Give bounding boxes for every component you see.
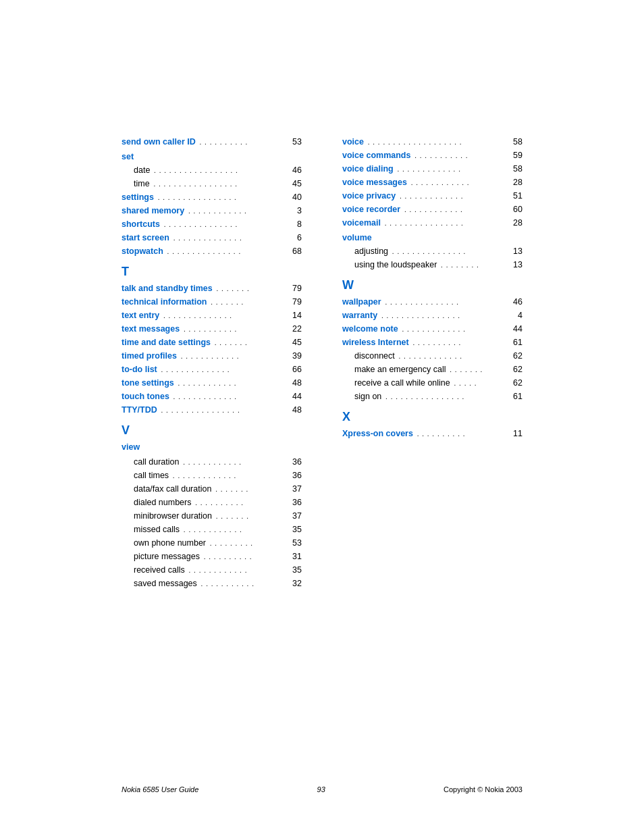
entry-label: missed calls: [122, 523, 180, 536]
list-item: voice recorder . . . . . . . . . . . . 6…: [342, 203, 522, 216]
list-item: Xpress-on covers . . . . . . . . . . 11: [342, 427, 522, 440]
section-header-T: T: [122, 265, 302, 279]
entry-label: call times: [122, 469, 169, 482]
list-item: time . . . . . . . . . . . . . . . . . 4…: [122, 177, 302, 190]
entry-label: sign on: [342, 390, 381, 403]
entry-label: warranty: [342, 309, 377, 322]
section-header-W: W: [342, 278, 522, 292]
list-item: receive a call while online . . . . . 62: [342, 376, 522, 390]
entry-label: volume: [342, 231, 372, 244]
list-item: time and date settings . . . . . . . 45: [122, 336, 302, 349]
list-item: text entry . . . . . . . . . . . . . . 1…: [122, 309, 302, 322]
entry-label: saved messages: [122, 577, 197, 590]
list-item: timed profiles . . . . . . . . . . . . 3…: [122, 349, 302, 363]
list-item: touch tones . . . . . . . . . . . . . 44: [122, 390, 302, 403]
list-item: missed calls . . . . . . . . . . . . 35: [122, 523, 302, 536]
entry-label: data/fax call duration: [122, 482, 211, 496]
list-item: voice . . . . . . . . . . . . . . . . . …: [342, 135, 522, 149]
footer-center: 93: [317, 785, 325, 793]
list-item: voice commands . . . . . . . . . . . 59: [342, 149, 522, 162]
list-item: tone settings . . . . . . . . . . . . 48: [122, 376, 302, 390]
list-item: picture messages . . . . . . . . . . 31: [122, 550, 302, 563]
entry-label: time: [122, 177, 150, 190]
footer-left: Nokia 6585 User Guide: [122, 785, 198, 793]
list-item: text messages . . . . . . . . . . . 22: [122, 322, 302, 336]
entry-label: own phone number: [122, 536, 206, 550]
entry-label: voice privacy: [342, 189, 396, 203]
section-header-V: V: [122, 423, 302, 438]
entry-label: text messages: [122, 322, 180, 336]
entry-label: TTY/TDD: [122, 403, 157, 417]
entry-label: voice recorder: [342, 203, 400, 216]
list-item: welcome note . . . . . . . . . . . . . 4…: [342, 322, 522, 336]
entry-label: using the loudspeaker: [342, 258, 437, 271]
entry-label: time and date settings: [122, 336, 211, 349]
entry-label: set: [122, 150, 134, 163]
list-item: received calls . . . . . . . . . . . . 3…: [122, 563, 302, 577]
entry-label: view: [122, 440, 140, 454]
list-item: voice privacy . . . . . . . . . . . . . …: [342, 189, 522, 203]
list-item: to-do list . . . . . . . . . . . . . . 6…: [122, 363, 302, 376]
list-item: own phone number . . . . . . . . . 53: [122, 536, 302, 550]
entry-label: to-do list: [122, 363, 157, 376]
footer-right: Copyright © Nokia 2003: [444, 785, 522, 793]
list-item: view: [122, 440, 302, 454]
entry-label: receive a call while online: [342, 376, 450, 390]
entry-label: adjusting: [342, 244, 388, 258]
entry-label: date: [122, 163, 150, 177]
list-item: voice messages . . . . . . . . . . . . 2…: [342, 176, 522, 189]
list-item: date . . . . . . . . . . . . . . . . . 4…: [122, 163, 302, 177]
index-columns: send own caller ID . . . . . . . . . . 5…: [122, 135, 522, 590]
list-item: dialed numbers . . . . . . . . . . 36: [122, 496, 302, 509]
entry-label: dialed numbers: [122, 496, 191, 509]
entry-label: received calls: [122, 563, 185, 577]
entry-label: voice messages: [342, 176, 407, 189]
entry-label: voice: [342, 135, 364, 149]
entry-label: picture messages: [122, 550, 200, 563]
list-item: settings . . . . . . . . . . . . . . . .…: [122, 190, 302, 204]
entry-label: voicemail: [342, 216, 381, 230]
footer: Nokia 6585 User Guide 93 Copyright © Nok…: [122, 785, 522, 793]
entry-label: call duration: [122, 455, 179, 469]
entry-label: voice commands: [342, 149, 410, 162]
entry-label: text entry: [122, 309, 159, 322]
list-item: set: [122, 150, 302, 163]
entry-label: voice dialing: [342, 162, 394, 176]
entry-label: talk and standby times: [122, 282, 213, 295]
list-item: sign on . . . . . . . . . . . . . . . . …: [342, 390, 522, 403]
list-item: send own caller ID . . . . . . . . . . 5…: [122, 135, 302, 149]
list-item: make an emergency call . . . . . . . 62: [342, 363, 522, 376]
left-column: send own caller ID . . . . . . . . . . 5…: [122, 135, 302, 590]
list-item: call duration . . . . . . . . . . . . 36: [122, 455, 302, 469]
list-item: technical information . . . . . . . 79: [122, 295, 302, 309]
entry-label: timed profiles: [122, 349, 177, 363]
list-item: call times . . . . . . . . . . . . . 36: [122, 469, 302, 482]
entry-label: tone settings: [122, 376, 174, 390]
right-column: voice . . . . . . . . . . . . . . . . . …: [342, 135, 522, 590]
entry-label: minibrowser duration: [122, 509, 212, 523]
entry-label: stopwatch: [122, 244, 163, 258]
entry-label: send own caller ID: [122, 135, 196, 149]
list-item: voice dialing . . . . . . . . . . . . . …: [342, 162, 522, 176]
list-item: wireless Internet . . . . . . . . . . 61: [342, 336, 522, 349]
entry-label: wireless Internet: [342, 336, 409, 349]
entry-label: touch tones: [122, 390, 169, 403]
entry-label: shared memory: [122, 204, 184, 217]
list-item: minibrowser duration . . . . . . . 37: [122, 509, 302, 523]
entry-label: welcome note: [342, 322, 398, 336]
entry-label: make an emergency call: [342, 363, 446, 376]
list-item: voicemail . . . . . . . . . . . . . . . …: [342, 216, 522, 230]
list-item: volume: [342, 231, 522, 244]
list-item: data/fax call duration . . . . . . . 37: [122, 482, 302, 496]
section-header-X: X: [342, 410, 522, 424]
list-item: stopwatch . . . . . . . . . . . . . . . …: [122, 244, 302, 258]
entry-label: Xpress-on covers: [342, 427, 413, 440]
entry-label: start screen: [122, 231, 169, 244]
page: send own caller ID . . . . . . . . . . 5…: [0, 0, 644, 834]
entry-label: disconnect: [342, 349, 395, 363]
entry-label: shortcuts: [122, 217, 160, 231]
list-item: saved messages . . . . . . . . . . . 32: [122, 577, 302, 590]
list-item: wallpaper . . . . . . . . . . . . . . . …: [342, 295, 522, 309]
list-item: warranty . . . . . . . . . . . . . . . .…: [342, 309, 522, 322]
entry-label: settings: [122, 190, 154, 204]
